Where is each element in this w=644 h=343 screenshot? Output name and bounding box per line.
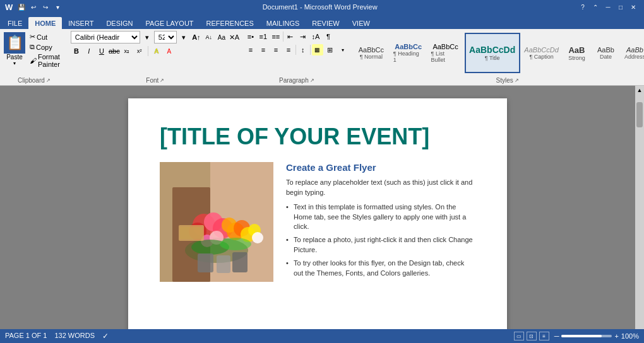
tab-mailings[interactable]: MAILINGS <box>260 17 306 29</box>
zoom-slider[interactable] <box>561 335 612 337</box>
doc-page[interactable]: [TITLE OF YOUR EVENT] <box>128 98 507 329</box>
styles-expand-icon[interactable]: ↗ <box>515 78 519 83</box>
style-address[interactable]: AaBb Address <box>621 33 644 73</box>
italic-button[interactable]: I <box>83 45 95 57</box>
customize-qa-icon[interactable]: ▾ <box>52 2 63 12</box>
decrease-indent-button[interactable]: ⇤ <box>285 31 296 42</box>
tab-home[interactable]: HOME <box>28 17 62 29</box>
font-size-dropdown-icon[interactable]: ▾ <box>178 32 189 43</box>
text-highlight-button[interactable]: A <box>151 45 162 57</box>
clear-formatting-icon[interactable]: ✕A <box>229 32 240 43</box>
show-marks-button[interactable]: ¶ <box>323 31 334 42</box>
zoom-in-icon[interactable]: + <box>614 332 618 340</box>
scroll-thumb[interactable] <box>636 102 643 127</box>
paragraph-expand-icon[interactable]: ↗ <box>310 78 314 83</box>
tab-references[interactable]: REFERENCES <box>200 17 260 29</box>
zoom-level[interactable]: 100% <box>621 332 639 340</box>
superscript-button[interactable]: x² <box>134 45 145 57</box>
tab-page-layout[interactable]: PAGE LAYOUT <box>140 17 200 29</box>
close-button[interactable]: ✕ <box>628 2 639 12</box>
align-left-button[interactable]: ≡ <box>245 44 256 55</box>
full-screen-icon[interactable]: ⊡ <box>527 332 537 340</box>
style-list-bullet[interactable]: AaBbCc ¶ List Bullet <box>428 33 463 73</box>
clipboard-group: 📋 Paste ▾ ✂ Cut ⧉ Copy 🖌 Format P <box>0 29 68 85</box>
save-qa-icon[interactable]: 💾 <box>16 2 27 12</box>
doc-columns: Create a Great Flyer To replace any plac… <box>160 162 475 282</box>
paste-dropdown-icon[interactable]: ▾ <box>13 61 16 66</box>
clipboard-expand-icon[interactable]: ↗ <box>46 78 51 83</box>
ribbon-body: 📋 Paste ▾ ✂ Cut ⧉ Copy 🖌 Format P <box>0 29 644 86</box>
bold-button[interactable]: B <box>71 45 82 57</box>
style-strong[interactable]: AaB Strong <box>563 33 590 73</box>
doc-bullet-3[interactable]: To try other looks for this flyer, on th… <box>286 259 475 278</box>
tab-review[interactable]: REVIEW <box>306 17 345 29</box>
tab-insert[interactable]: INSERT <box>62 17 100 29</box>
proofing-icon[interactable]: ✓ <box>102 332 109 340</box>
zoom-slider-fill <box>561 335 602 337</box>
borders-button[interactable]: ⊞ <box>325 44 336 55</box>
print-layout-icon[interactable]: ▭ <box>514 332 524 340</box>
web-layout-icon[interactable]: ≡ <box>539 332 549 340</box>
ribbon-collapse-icon[interactable]: ⌃ <box>590 2 601 12</box>
change-case-icon[interactable]: Aa <box>216 32 227 43</box>
doc-event-title[interactable]: [TITLE OF YOUR EVENT] <box>160 124 475 149</box>
font-expand-icon[interactable]: ↗ <box>160 78 164 83</box>
paragraph-group: ≡• ≡1 ≡≡ ⇤ ⇥ ↕A ¶ ≡ ≡ ≡ ≡ ↕ ▩ <box>242 29 351 85</box>
paragraph-group-label: Paragraph ↗ <box>242 75 351 85</box>
font-name-dropdown-icon[interactable]: ▾ <box>141 32 153 43</box>
paste-button[interactable]: 📋 Paste ▾ <box>3 31 27 67</box>
increase-font-icon[interactable]: A↑ <box>191 32 202 43</box>
style-heading1[interactable]: AaBbCc ¶ Heading 1 <box>390 33 427 73</box>
format-painter-button[interactable]: 🖌 Format Painter <box>28 52 66 69</box>
style-normal[interactable]: AaBbCc ¶ Normal <box>354 33 389 73</box>
decrease-font-icon[interactable]: A↓ <box>203 32 215 43</box>
line-spacing-button[interactable]: ↕ <box>297 44 309 55</box>
style-date-label: Date <box>600 54 612 60</box>
bullets-button[interactable]: ≡• <box>245 31 256 42</box>
doc-bullet-2[interactable]: To replace a photo, just right-click it … <box>286 235 475 255</box>
style-caption[interactable]: AaBbCcDd ¶ Caption <box>522 33 562 73</box>
vertical-scrollbar[interactable]: ▲ <box>635 86 644 329</box>
strikethrough-button[interactable]: abc <box>109 45 120 57</box>
minimize-button[interactable]: ─ <box>602 2 614 12</box>
scroll-up-icon[interactable]: ▲ <box>637 87 643 93</box>
increase-indent-button[interactable]: ⇥ <box>297 31 309 42</box>
multilevel-button[interactable]: ≡≡ <box>270 31 282 42</box>
zoom-out-icon[interactable]: ─ <box>554 332 559 340</box>
style-title[interactable]: AaBbCcDd ¶ Title <box>465 33 520 73</box>
doc-image[interactable] <box>160 162 273 282</box>
status-right: ▭ ⊡ ≡ ─ + 100% <box>514 332 639 340</box>
para-divider-3 <box>310 45 311 55</box>
align-right-button[interactable]: ≡ <box>270 44 282 55</box>
doc-intro-para[interactable]: To replace any placeholder text (such as… <box>286 178 475 197</box>
redo-qa-icon[interactable]: ↪ <box>40 2 51 12</box>
svg-point-18 <box>220 238 251 250</box>
style-title-preview: AaBbCcDd <box>469 45 515 55</box>
undo-qa-icon[interactable]: ↩ <box>28 2 39 12</box>
sort-button[interactable]: ↕A <box>310 31 321 42</box>
justify-button[interactable]: ≡ <box>283 44 294 55</box>
tab-design[interactable]: DESIGN <box>100 17 139 29</box>
clipboard-right: ✂ Cut ⧉ Copy 🖌 Format Painter <box>28 31 66 69</box>
numbering-button[interactable]: ≡1 <box>258 31 269 42</box>
svg-point-16 <box>252 232 263 243</box>
doc-subheading[interactable]: Create a Great Flyer <box>286 162 475 173</box>
style-date[interactable]: AaBb Date <box>592 33 619 73</box>
borders-dropdown-icon[interactable]: ▾ <box>337 44 349 55</box>
font-size-select[interactable]: 52 <box>154 31 177 44</box>
restore-button[interactable]: □ <box>615 2 626 12</box>
tab-view[interactable]: VIEW <box>346 17 376 29</box>
document-title: Document1 - Microsoft Word Preview <box>63 3 577 11</box>
doc-bullet-1[interactable]: Text in this template is formatted using… <box>286 202 475 231</box>
tab-file[interactable]: FILE <box>1 17 28 29</box>
help-icon[interactable]: ? <box>577 2 588 12</box>
font-name-select[interactable]: Calibri (Headir <box>71 31 140 44</box>
cut-button[interactable]: ✂ Cut <box>28 32 66 42</box>
shading-button[interactable]: ▩ <box>312 44 323 55</box>
center-button[interactable]: ≡ <box>258 44 269 55</box>
subscript-button[interactable]: x₂ <box>121 45 133 57</box>
copy-button[interactable]: ⧉ Copy <box>28 42 66 52</box>
underline-button[interactable]: U <box>96 45 107 57</box>
zoom-bar: ─ + 100% <box>554 332 639 340</box>
font-color-button[interactable]: A <box>164 45 175 57</box>
